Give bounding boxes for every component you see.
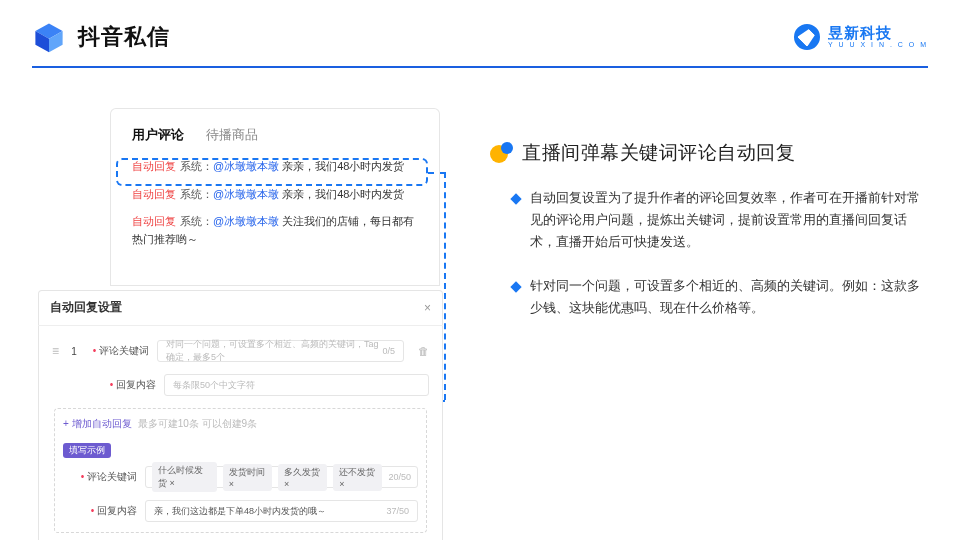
- reply-input[interactable]: 每条限50个中文字符: [164, 374, 429, 396]
- comment-row: 自动回复系统：@冰墩墩本墩 关注我们的店铺，每日都有热门推荐哟～: [132, 213, 418, 248]
- diamond-icon: [510, 281, 521, 292]
- page-title: 抖音私信: [78, 22, 170, 52]
- cube-icon: [32, 20, 66, 54]
- settings-title: 自动回复设置: [50, 299, 122, 316]
- keyword-chips-input[interactable]: 什么时候发货 × 发货时间 × 多久发货 × 还不发货 × 20/50: [145, 466, 418, 488]
- close-icon[interactable]: ×: [424, 301, 431, 315]
- field-label: 回复内容: [96, 378, 156, 392]
- example-row-keyword: 评论关键词 什么时候发货 × 发货时间 × 多久发货 × 还不发货 × 20/5…: [63, 466, 418, 488]
- brand: 昱新科技 Y U U X I N . C O M: [794, 24, 928, 50]
- bullet-text: 自动回复设置为了提升作者的评论回复效率，作者可在开播前针对常见的评论用户问题，提…: [530, 188, 920, 254]
- bullet-text: 针对同一个问题，可设置多个相近的、高频的关键词。例如：这款多少钱、这块能优惠吗、…: [530, 276, 920, 320]
- field-label: 回复内容: [77, 504, 137, 518]
- reply-input[interactable]: 亲，我们这边都是下单48小时内发货的哦～ 37/50: [145, 500, 418, 522]
- keyword-chip[interactable]: 发货时间 ×: [223, 464, 272, 491]
- row-index: 1: [67, 346, 81, 357]
- comment-row: 自动回复系统：@冰墩墩本墩 亲亲，我们48小时内发货: [132, 186, 418, 204]
- settings-row-keyword: ≡ 1 评论关键词 对同一个问题，可设置多个相近、高频的关键词，Tag确定，最多…: [52, 340, 429, 362]
- bullet-item: 针对同一个问题，可设置多个相近的、高频的关键词。例如：这款多少钱、这块能优惠吗、…: [490, 276, 920, 320]
- brand-logo-icon: [789, 19, 826, 56]
- example-row-reply: 回复内容 亲，我们这边都是下单48小时内发货的哦～ 37/50: [63, 500, 418, 522]
- chat-bubble-icon: [490, 142, 512, 164]
- bullet-item: 自动回复设置为了提升作者的评论回复效率，作者可在开播前针对常见的评论用户问题，提…: [490, 188, 920, 254]
- auto-reply-label: 自动回复: [132, 215, 176, 227]
- comment-card: 用户评论 待播商品 自动回复系统：@冰墩墩本墩 亲亲，我们48小时内发货 自动回…: [110, 108, 440, 286]
- add-auto-reply-button[interactable]: + 增加自动回复: [63, 417, 132, 431]
- tab-pending-products[interactable]: 待播商品: [206, 126, 258, 144]
- tab-user-comments[interactable]: 用户评论: [132, 126, 184, 144]
- field-label: 评论关键词: [89, 344, 149, 358]
- diamond-icon: [510, 193, 521, 204]
- keyword-chip[interactable]: 还不发货 ×: [333, 464, 382, 491]
- delete-icon[interactable]: 🗑: [418, 345, 429, 357]
- drag-handle-icon[interactable]: ≡: [52, 344, 59, 358]
- reply-text: 亲，我们这边都是下单48小时内发货的哦～: [154, 505, 326, 518]
- comment-text: 亲亲，我们48小时内发货: [279, 188, 404, 200]
- counter: 20/50: [388, 472, 411, 482]
- counter: 0/5: [382, 346, 395, 356]
- keyword-chip[interactable]: 多久发货 ×: [278, 464, 327, 491]
- example-badge: 填写示例: [63, 443, 111, 458]
- counter: 37/50: [386, 506, 409, 516]
- placeholder-text: 每条限50个中文字符: [173, 379, 255, 392]
- section-title: 直播间弹幕关键词评论自动回复: [522, 140, 795, 166]
- auto-reply-label: 自动回复: [132, 188, 176, 200]
- system-label: 系统：: [180, 188, 213, 200]
- header-divider: [32, 66, 928, 68]
- user-mention[interactable]: @冰墩墩本墩: [213, 188, 279, 200]
- right-area: 直播间弹幕关键词评论自动回复 自动回复设置为了提升作者的评论回复效率，作者可在开…: [490, 140, 920, 341]
- header: 抖音私信 昱新科技 Y U U X I N . C O M: [0, 0, 960, 62]
- add-hint: 最多可建10条 可以创建9条: [138, 417, 257, 431]
- field-label: 评论关键词: [77, 470, 137, 484]
- brand-name-cn: 昱新科技: [828, 25, 928, 41]
- settings-card: 自动回复设置 × ≡ 1 评论关键词 对同一个问题，可设置多个相近、高频的关键词…: [38, 290, 443, 540]
- settings-row-reply: 回复内容 每条限50个中文字符: [52, 374, 429, 396]
- placeholder-text: 对同一个问题，可设置多个相近、高频的关键词，Tag确定，最多5个: [166, 338, 382, 364]
- keyword-chip[interactable]: 什么时候发货 ×: [152, 462, 217, 492]
- user-mention[interactable]: @冰墩墩本墩: [213, 215, 279, 227]
- example-group: + 增加自动回复 最多可建10条 可以创建9条 填写示例 评论关键词 什么时候发…: [54, 408, 427, 533]
- brand-name-en: Y U U X I N . C O M: [828, 41, 928, 48]
- left-area: 用户评论 待播商品 自动回复系统：@冰墩墩本墩 亲亲，我们48小时内发货 自动回…: [95, 108, 440, 286]
- keyword-input[interactable]: 对同一个问题，可设置多个相近、高频的关键词，Tag确定，最多5个 0/5: [157, 340, 404, 362]
- tabs: 用户评论 待播商品: [132, 126, 418, 144]
- system-label: 系统：: [180, 215, 213, 227]
- header-left: 抖音私信: [32, 20, 170, 54]
- highlight-box-top: [116, 158, 428, 186]
- connector-line: [444, 172, 446, 400]
